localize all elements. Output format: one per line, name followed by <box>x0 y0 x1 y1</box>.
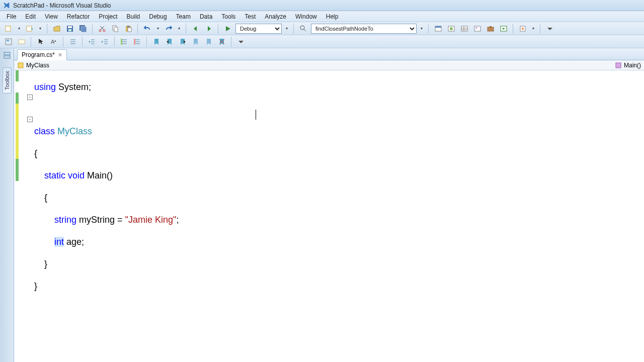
menu-edit[interactable]: Edit <box>21 12 40 21</box>
uncomment-button[interactable] <box>132 36 143 47</box>
separator <box>82 37 83 47</box>
decrease-indent-button[interactable] <box>87 36 98 47</box>
find-dropdown[interactable]: ▾ <box>419 23 425 34</box>
find-in-files-button[interactable] <box>298 23 309 34</box>
redo-dropdown[interactable]: ▾ <box>176 23 182 34</box>
svg-rect-38 <box>616 63 621 68</box>
main-area: Toolbox Program.cs* ✕ MyClass Main() <box>0 48 644 362</box>
toolbar-options-button[interactable] <box>544 23 555 34</box>
brace: { <box>34 193 47 203</box>
code-editor[interactable]: − − using System; class MyClass { static… <box>14 70 644 362</box>
punct: ; <box>82 237 84 247</box>
menu-team[interactable]: Team <box>172 12 195 21</box>
menu-window[interactable]: Window <box>291 12 321 21</box>
cut-button[interactable] <box>97 23 108 34</box>
identifier: System <box>58 82 89 92</box>
method-selector[interactable]: Main() <box>624 62 641 69</box>
string-literal: "Jamie King" <box>125 215 177 225</box>
increase-font-button[interactable]: A▴ <box>48 36 59 47</box>
separator <box>218 24 219 34</box>
config-dropdown[interactable]: ▾ <box>284 23 290 34</box>
class-selector[interactable]: MyClass <box>26 62 49 69</box>
server-explorer-icon[interactable] <box>3 51 11 61</box>
menu-test[interactable]: Test <box>240 12 260 21</box>
display-selection-button[interactable] <box>3 36 14 47</box>
code-surface[interactable]: using System; class MyClass { static voi… <box>34 70 644 362</box>
separator <box>146 37 147 47</box>
svg-rect-20 <box>461 26 467 31</box>
start-debug-button[interactable] <box>222 23 233 34</box>
menu-build[interactable]: Build <box>122 12 145 21</box>
start-page-button[interactable] <box>498 23 509 34</box>
comment-button[interactable] <box>67 36 78 47</box>
separator <box>186 24 187 34</box>
ext-dropdown[interactable]: ▾ <box>530 23 536 34</box>
bookmark-toggle-button[interactable] <box>151 36 162 47</box>
redo-button[interactable] <box>163 23 174 34</box>
add-item-dropdown[interactable]: ▾ <box>37 23 43 34</box>
properties-button[interactable] <box>459 23 470 34</box>
solution-explorer-button[interactable] <box>433 23 444 34</box>
menu-project[interactable]: Project <box>94 12 122 21</box>
new-project-dropdown[interactable]: ▾ <box>16 23 22 34</box>
team-explorer-button[interactable] <box>446 23 457 34</box>
document-tabs: Program.cs* ✕ <box>14 48 644 60</box>
display-quick-info-button[interactable] <box>16 36 27 47</box>
save-all-button[interactable] <box>77 23 89 34</box>
svg-rect-35 <box>4 52 10 55</box>
comment-out-button[interactable] <box>119 36 130 47</box>
increase-indent-button[interactable] <box>100 36 111 47</box>
bookmark-prev-folder-button[interactable] <box>190 36 201 47</box>
menu-view[interactable]: View <box>40 12 62 21</box>
toolbox-button[interactable] <box>485 23 496 34</box>
menu-tools[interactable]: Tools <box>217 12 240 21</box>
save-button[interactable] <box>64 23 75 34</box>
separator <box>293 24 294 34</box>
punct: ; <box>176 215 179 225</box>
menu-bar[interactable]: File Edit View Refactor Project Build De… <box>0 11 644 22</box>
new-project-button[interactable] <box>3 23 14 34</box>
toolbox-tab[interactable]: Toolbox <box>3 67 12 94</box>
menu-file[interactable]: File <box>2 12 21 21</box>
keyword: void <box>68 170 85 180</box>
nav-back-button[interactable] <box>190 23 201 34</box>
bookmark-next-button[interactable] <box>177 36 188 47</box>
menu-refactor[interactable]: Refactor <box>62 12 94 21</box>
toolbar2-options-button[interactable] <box>235 36 247 47</box>
open-button[interactable] <box>51 23 62 34</box>
paste-button[interactable] <box>123 23 134 34</box>
menu-help[interactable]: Help <box>321 12 343 21</box>
undo-button[interactable] <box>142 23 153 34</box>
svg-rect-23 <box>488 27 494 31</box>
add-item-button[interactable]: ＋ <box>24 23 35 34</box>
svg-point-15 <box>300 26 304 30</box>
punct: ; <box>89 82 91 92</box>
nav-forward-button[interactable] <box>203 23 214 34</box>
close-icon[interactable]: ✕ <box>58 52 62 58</box>
separator <box>428 24 429 34</box>
config-select[interactable]: Debug <box>235 24 282 34</box>
identifier: myString <box>79 215 115 225</box>
document-tab[interactable]: Program.cs* ✕ <box>17 49 67 60</box>
window-title: ScratchPad - Microsoft Visual Studio <box>13 2 111 9</box>
object-browser-button[interactable] <box>472 23 483 34</box>
menu-debug[interactable]: Debug <box>144 12 171 21</box>
pointer-button[interactable] <box>35 36 46 47</box>
fold-toggle[interactable]: − <box>27 95 33 100</box>
bookmark-prev-button[interactable] <box>164 36 175 47</box>
undo-dropdown[interactable]: ▾ <box>155 23 161 34</box>
copy-button[interactable] <box>110 23 121 34</box>
bookmark-clear-button[interactable] <box>216 36 227 47</box>
title-bar: ScratchPad - Microsoft Visual Studio <box>0 0 644 11</box>
svg-rect-29 <box>7 40 9 41</box>
separator <box>31 37 32 47</box>
punct: () <box>107 170 113 180</box>
bookmark-next-folder-button[interactable] <box>203 36 214 47</box>
menu-data[interactable]: Data <box>195 12 217 21</box>
editor-wrap: Program.cs* ✕ MyClass Main() − <box>14 48 644 362</box>
brace: } <box>34 281 37 291</box>
extension-manager-button[interactable] <box>517 23 528 34</box>
fold-toggle[interactable]: − <box>27 117 33 122</box>
find-combo[interactable]: findClosestPathNodeTo <box>311 24 417 34</box>
menu-analyze[interactable]: Analyze <box>260 12 291 21</box>
